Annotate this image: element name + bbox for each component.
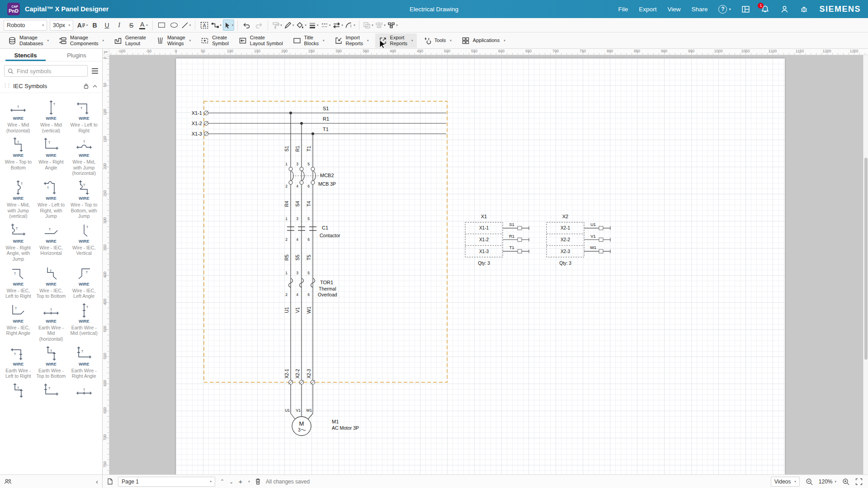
page-select[interactable]: Page 1 ▾ (118, 477, 215, 487)
sidebar-menu-button[interactable] (92, 68, 98, 74)
fill-color-button[interactable]: ▾ (296, 19, 307, 31)
stencil-item[interactable]: TWIREWire - Right Angle (35, 136, 67, 176)
line-style-button[interactable]: ▾ (320, 19, 331, 31)
mcb-contact[interactable] (311, 181, 315, 184)
waypoints-button[interactable]: ▾ (344, 19, 356, 31)
add-page-button[interactable]: + (238, 478, 242, 485)
mcb-contact[interactable] (311, 167, 315, 171)
stencil-item[interactable]: T (2, 382, 34, 400)
ribbon-manage-wirings-button[interactable]: Manage Wirings▾ (152, 33, 194, 48)
collapse-sidebar-button[interactable]: ‹ (96, 478, 98, 485)
tab-stencils[interactable]: Stencils (0, 49, 51, 61)
motor-wire[interactable] (291, 413, 295, 419)
tab-plugins[interactable]: Plugins (51, 49, 102, 61)
drawing-canvas[interactable]: X1-1S1X1-2R1X1-3T1S1R1T1R4S4T4R5S5T5U1V1… (109, 55, 868, 474)
stencil-item[interactable]: TWIREEarth Wire - Top to Bottom (35, 345, 67, 379)
text-box-tool-button[interactable]: A (198, 19, 210, 31)
report-bug-button[interactable] (800, 5, 808, 14)
ribbon-applications-button[interactable]: Applications▾ (458, 33, 509, 48)
ribbon-import-reports-button[interactable]: Import Reports▾ (331, 33, 373, 48)
stencil-item[interactable]: TWIREWire - IEC, Horizontal (35, 222, 67, 262)
ribbon-generate-layout-button[interactable]: Generate Layout (110, 33, 150, 48)
ribbon-manage-components-button[interactable]: Manage Components▾ (55, 33, 108, 48)
redo-button[interactable] (253, 19, 264, 31)
menu-export[interactable]: Export (639, 6, 656, 13)
stencil-item[interactable]: TWIREEarth Wire - Mid (horizontal) (35, 302, 67, 342)
line-color-button[interactable]: ▾ (283, 19, 295, 31)
help-button[interactable]: ? ▾ (718, 5, 731, 14)
zoom-in-button[interactable] (842, 478, 849, 485)
italic-button[interactable]: I (113, 19, 125, 31)
menu-view[interactable]: View (667, 6, 680, 13)
stencil-item[interactable]: TWIREWire - Right Angle, with Jump (2, 222, 34, 262)
ribbon-export-reports-button[interactable]: Export Reports▾ (375, 33, 417, 48)
underline-button[interactable]: U (101, 19, 113, 31)
stencil-item[interactable]: T (35, 382, 67, 400)
stencil-item[interactable]: TWIREWire - IEC, Left to Right (2, 265, 34, 299)
stencil-item[interactable]: TWIREEarth Wire - Mid (vertical) (68, 302, 100, 342)
align-button[interactable]: ▾ (375, 19, 386, 31)
stencil-item[interactable]: TWIREWire - IEC, Right Angle (2, 302, 34, 342)
stencil-item[interactable]: TWIREWire - Top to Bottom (2, 136, 34, 176)
fit-page-button[interactable] (855, 478, 863, 485)
font-size-select[interactable]: 30px ▾ (50, 20, 73, 31)
zoom-out-button[interactable] (806, 478, 813, 485)
ribbon-create-symbol-button[interactable]: Create Symbol (197, 33, 232, 48)
motor-wire[interactable] (308, 413, 313, 419)
stencil-item[interactable]: TWIREWire - IEC, Vertical (68, 222, 100, 262)
delete-page-button[interactable] (255, 478, 261, 485)
font-family-select[interactable]: Roboto ▾ (4, 20, 47, 31)
stencil-item[interactable]: TWIREWire - IEC, Left Angle (68, 265, 100, 299)
next-page-button[interactable]: ⌃ (229, 479, 233, 484)
save-status[interactable]: All changes saved (266, 479, 310, 485)
ribbon-create-layout-symbol-button[interactable]: Create Layout Symbol (235, 33, 287, 48)
layout-button[interactable]: ▾ (387, 19, 398, 31)
menu-share[interactable]: Share (691, 6, 708, 13)
videos-select[interactable]: Videos ▾ (771, 477, 800, 487)
mcb-contact[interactable] (300, 181, 303, 184)
vertical-scrollbar[interactable] (863, 55, 868, 474)
chevron-up-icon[interactable] (92, 84, 98, 89)
scrollbar-thumb[interactable] (864, 158, 868, 360)
format-painter-button[interactable]: ▾ (271, 19, 283, 31)
mcb-contact[interactable] (300, 167, 303, 171)
stencil-item[interactable]: TWIREEarth Wire - Right Angle (68, 345, 100, 379)
zoom-level-select[interactable]: 120% ▾ (819, 479, 836, 485)
panels-button[interactable] (741, 5, 750, 14)
stencil-item[interactable]: TWIREWire - Left to Right (68, 99, 100, 133)
search-input[interactable]: Find symbols (4, 65, 88, 77)
connector-tool-button[interactable]: ▾ (211, 19, 222, 31)
rectangle-tool-button[interactable] (156, 19, 167, 31)
stencil-item[interactable]: TWIREWire - Left to Right, with Jump (35, 179, 67, 219)
strikethrough-button[interactable]: S (126, 19, 137, 31)
ribbon-title-blocks-button[interactable]: Title Blocks▾ (289, 33, 328, 48)
stencil-item[interactable]: TWIREWire - Mid, with Jump (vertical) (2, 179, 34, 219)
group-button[interactable]: ▾ (363, 19, 374, 31)
menu-file[interactable]: File (618, 6, 628, 13)
drag-handle-icon[interactable]: ⋮⋮ (3, 83, 10, 89)
mcb-contact[interactable] (289, 167, 292, 171)
selection-box[interactable] (204, 101, 447, 382)
arrows-style-button[interactable]: ▾ (332, 19, 344, 31)
line-tool-button[interactable]: ▾ (180, 19, 192, 31)
section-header-iec-symbols[interactable]: ⋮⋮ IEC Symbols (0, 80, 102, 93)
ribbon-tools-button[interactable]: Tools▾ (420, 33, 455, 48)
select-tool-button[interactable]: ▾ (223, 19, 234, 31)
ribbon-manage-databases-button[interactable]: Manage Databases▾ (5, 33, 52, 48)
bold-button[interactable]: B (89, 19, 100, 31)
user-button[interactable] (780, 5, 789, 14)
notifications-button[interactable]: 1 (761, 5, 769, 14)
stencil-item[interactable]: TWIREWire - Mid, with Jump (horizontal) (68, 136, 100, 176)
collaborators-icon[interactable] (4, 478, 12, 485)
line-weight-button[interactable]: ▾ (308, 19, 319, 31)
undo-button[interactable] (241, 19, 252, 31)
previous-page-button[interactable]: ⌃ (220, 479, 224, 484)
stencil-item[interactable]: TWIREWire - Top to Bottom, with Jump (68, 179, 100, 219)
ellipse-tool-button[interactable] (168, 19, 179, 31)
text-style-button[interactable]: A ▾ (77, 19, 88, 31)
stencil-item[interactable]: TWIREWire - IEC, Top to Bottom (35, 265, 67, 299)
stencil-item[interactable]: TWIREWire - Mid (horizontal) (2, 99, 34, 133)
stencil-item[interactable]: TWIREEarth Wire - Left to Right (2, 345, 34, 379)
lock-icon[interactable] (83, 83, 89, 89)
stencil-item[interactable]: TWIREWire - Mid (vertical) (35, 99, 67, 133)
